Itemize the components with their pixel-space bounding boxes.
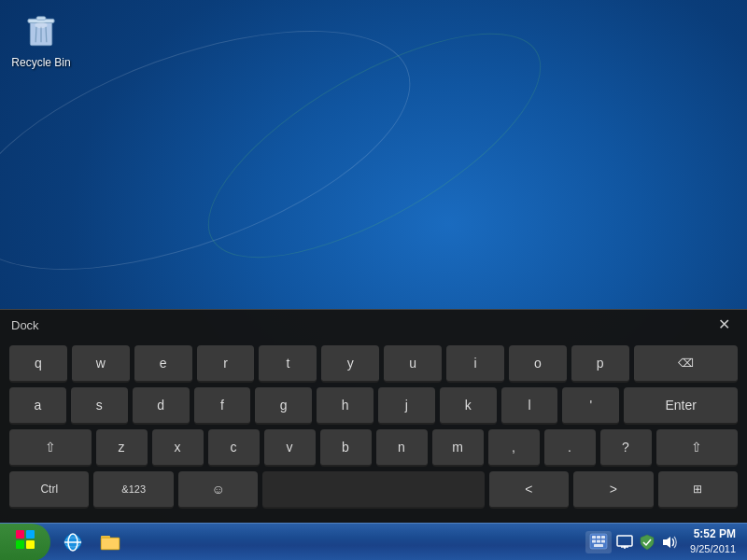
key-c[interactable]: c [208, 429, 260, 467]
svg-marker-29 [663, 537, 670, 548]
svg-rect-24 [601, 539, 605, 542]
key-s[interactable]: s [71, 387, 128, 425]
key-a[interactable]: a [9, 387, 66, 425]
key-comma[interactable]: , [488, 429, 540, 467]
key-r[interactable]: r [197, 345, 255, 383]
key-j[interactable]: j [378, 387, 435, 425]
keyboard-row-4: Ctrl &123 ☺ < > ⊞ [9, 471, 738, 509]
key-w[interactable]: w [72, 345, 130, 383]
svg-rect-9 [16, 540, 24, 549]
key-keyboard-toggle[interactable]: ⊞ [658, 471, 738, 509]
svg-rect-20 [597, 536, 600, 539]
key-apostrophe[interactable]: ' [562, 387, 619, 425]
svg-rect-2 [36, 17, 46, 20]
key-period[interactable]: . [544, 429, 596, 467]
svg-point-6 [35, 22, 47, 29]
keyboard-tray-icon[interactable] [585, 531, 612, 553]
key-shift-right[interactable]: ⇧ [656, 429, 739, 467]
key-e[interactable]: e [134, 345, 192, 383]
windows-logo-icon [15, 529, 35, 555]
clock-date: 9/25/2011 [690, 542, 736, 556]
svg-line-5 [46, 27, 47, 43]
key-q[interactable]: q [9, 345, 67, 383]
key-n[interactable]: n [376, 429, 428, 467]
virtual-keyboard: q w e r t y u i o p ⌫ a s d f g h j [0, 340, 747, 523]
taskbar: 5:52 PM 9/25/2011 [0, 523, 747, 560]
svg-line-3 [35, 27, 36, 43]
key-emoji[interactable]: ☺ [178, 471, 258, 509]
svg-rect-25 [594, 544, 603, 547]
dock-close-button[interactable]: ✕ [712, 315, 736, 334]
key-x[interactable]: x [152, 429, 204, 467]
svg-rect-22 [592, 539, 596, 542]
system-clock[interactable]: 5:52 PM 9/25/2011 [683, 525, 743, 558]
key-left-arrow[interactable]: < [489, 471, 569, 509]
key-ctrl[interactable]: Ctrl [9, 471, 89, 509]
key-space[interactable] [262, 471, 484, 509]
key-d[interactable]: d [133, 387, 190, 425]
key-h[interactable]: h [317, 387, 374, 425]
svg-rect-8 [26, 530, 35, 539]
key-g[interactable]: g [255, 387, 312, 425]
start-button[interactable] [0, 524, 50, 561]
svg-rect-17 [102, 539, 119, 549]
key-backspace[interactable]: ⌫ [634, 345, 738, 383]
key-right-arrow[interactable]: > [573, 471, 653, 509]
recycle-bin-image [19, 7, 63, 52]
taskbar-ie-icon[interactable] [56, 525, 90, 559]
taskbar-explorer-icon[interactable] [93, 525, 127, 559]
volume-tray-icon[interactable] [660, 533, 679, 552]
desktop: Recycle Bin Dock ✕ q w e r t y u i o p ⌫ [0, 0, 747, 560]
svg-rect-10 [26, 540, 35, 549]
key-f[interactable]: f [194, 387, 251, 425]
svg-rect-23 [597, 539, 600, 542]
key-m[interactable]: m [432, 429, 484, 467]
key-o[interactable]: o [509, 345, 567, 383]
key-y[interactable]: y [321, 345, 379, 383]
key-k[interactable]: k [440, 387, 497, 425]
key-symbols[interactable]: &123 [93, 471, 173, 509]
svg-rect-7 [16, 530, 24, 539]
svg-rect-26 [617, 536, 632, 546]
dock-title: Dock [11, 318, 39, 332]
key-u[interactable]: u [384, 345, 442, 383]
key-t[interactable]: t [259, 345, 317, 383]
recycle-bin-label: Recycle Bin [7, 56, 75, 69]
keyboard-row-1: q w e r t y u i o p ⌫ [9, 345, 738, 383]
svg-rect-19 [592, 536, 596, 539]
svg-rect-21 [601, 536, 605, 539]
key-v[interactable]: v [264, 429, 316, 467]
key-enter[interactable]: Enter [624, 387, 738, 425]
clock-time: 5:52 PM [690, 526, 736, 542]
key-z[interactable]: z [96, 429, 148, 467]
key-p[interactable]: p [571, 345, 629, 383]
key-l[interactable]: l [501, 387, 558, 425]
recycle-bin-icon[interactable]: Recycle Bin [7, 7, 75, 69]
key-shift-left[interactable]: ⇧ [9, 429, 92, 467]
dock-panel: Dock ✕ q w e r t y u i o p ⌫ a s d [0, 309, 747, 523]
keyboard-row-3: ⇧ z x c v b n m , . ? ⇧ [9, 429, 738, 467]
keyboard-row-2: a s d f g h j k l ' Enter [9, 387, 738, 425]
security-tray-icon[interactable] [638, 533, 656, 552]
key-i[interactable]: i [446, 345, 504, 383]
key-question[interactable]: ? [600, 429, 652, 467]
system-tray: 5:52 PM 9/25/2011 [585, 525, 747, 558]
dock-header: Dock ✕ [0, 310, 747, 340]
network-tray-icon[interactable] [615, 533, 634, 552]
key-b[interactable]: b [320, 429, 372, 467]
